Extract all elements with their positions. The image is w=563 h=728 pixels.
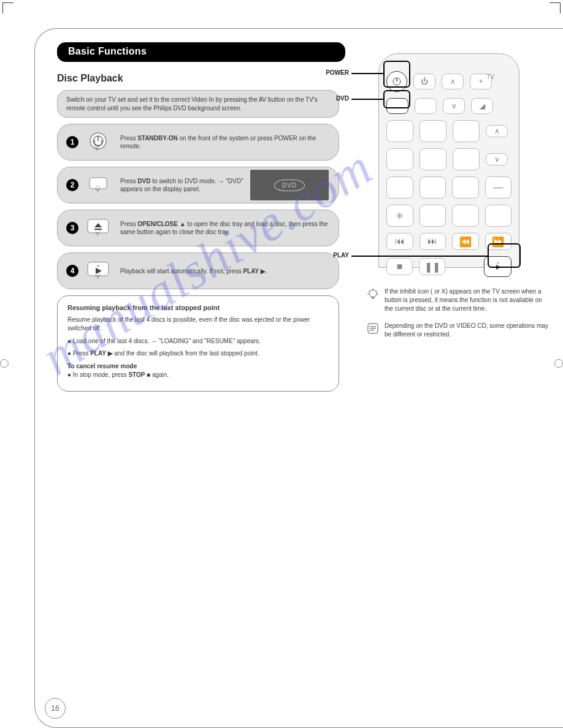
- svg-point-7: [369, 290, 377, 297]
- dvd-lead-label: DVD: [328, 95, 349, 102]
- resume-title: Resuming playback from the last stopped …: [67, 303, 329, 313]
- play-button-icon: ☟: [86, 260, 113, 282]
- resume-p1: Resume playback of the last 4 discs is p…: [67, 316, 329, 333]
- remote-ch-down-button: ∨: [443, 98, 465, 114]
- remote-tv-power-button: ⏻: [413, 74, 435, 89]
- remote-prev-button: ⏮: [386, 233, 413, 250]
- remote-generic-button: [452, 205, 479, 227]
- remote-generic-button: —: [485, 176, 512, 199]
- play-lead-label: PLAY: [328, 252, 349, 259]
- remote-generic-button: [419, 120, 446, 142]
- step-3: 3 ☟ Press OPEN/CLOSE ▲ to open the disc …: [57, 210, 339, 246]
- remote-generic-button: [419, 148, 446, 170]
- step-number: 2: [66, 179, 79, 191]
- remote-generic-button: ✳: [386, 205, 413, 227]
- remote-generic-button: ∧: [486, 125, 508, 137]
- step-text: Press STANDBY-ON on the front of the sys…: [120, 134, 330, 150]
- remote-generic-button: [415, 98, 437, 114]
- lightbulb-icon: [366, 287, 380, 301]
- remote-pause-button: ❚❚: [419, 258, 445, 275]
- tip-text: Depending on the DVD or VIDEO CD, some o…: [385, 322, 550, 339]
- page-title: Basic Functions: [57, 42, 345, 62]
- remote-generic-button: [419, 176, 446, 199]
- crop-mark-tr: [550, 2, 561, 13]
- eject-button-icon: ☟: [86, 217, 113, 239]
- svg-point-6: [98, 265, 99, 267]
- remote-generic-button: [485, 205, 512, 227]
- page-frame: Basic Functions Disc Playback Switch on …: [34, 28, 563, 728]
- play-highlight: [488, 243, 521, 268]
- remote-stop-button: ■: [386, 258, 413, 275]
- step-2: 2 ☟ Press DVD to switch to DVD mode. → "…: [57, 167, 339, 203]
- crop-mark-tl: [2, 2, 13, 13]
- remote-generic-button: [452, 176, 479, 199]
- tip-1: If the inhibit icon ( or X) appears on t…: [366, 287, 550, 313]
- notebook-icon: [366, 322, 380, 335]
- power-highlight: [383, 61, 410, 88]
- dvd-button-icon: ☟: [86, 174, 113, 196]
- step-4: 4 ☟ Playback will start automatically. I…: [57, 252, 339, 289]
- remote-vol-down-button: ◢: [471, 98, 493, 114]
- step-1: 1 ☟ Press STANDBY-ON on the front of the…: [57, 124, 339, 161]
- intro-text: Switch on your TV set and set it to the …: [57, 90, 339, 118]
- lead-line: [351, 73, 383, 74]
- step-number: 1: [66, 136, 79, 148]
- resume-p2: ● Load one of the last 4 discs. → "LOADI…: [67, 337, 329, 346]
- steps-column: Switch on your TV set and set it to the …: [57, 90, 339, 392]
- remote-rewind-button: ⏪: [452, 233, 479, 250]
- display-panel-preview: DVD: [250, 170, 329, 200]
- step-text: Press OPEN/CLOSE ▲ to open the disc tray…: [120, 220, 330, 236]
- resume-p3: ● Press PLAY ▶ and the disc will playbac…: [67, 349, 329, 358]
- tv-section-label: TV: [486, 74, 494, 80]
- step-text: Playback will start automatically. If no…: [120, 267, 330, 275]
- crop-mark-ml: [0, 359, 9, 368]
- remote-generic-button: [453, 120, 480, 142]
- power-icon: ☟: [86, 131, 113, 153]
- tip-text: If the inhibit icon ( or X) appears on t…: [385, 287, 550, 313]
- cancel-title: To cancel resume mode: [67, 363, 137, 370]
- remote-next-button: ⏭: [419, 233, 446, 250]
- cancel-text: ● In stop mode, press STOP ■ again.: [67, 371, 329, 380]
- power-lead-label: POWER: [317, 69, 349, 76]
- remote-generic-button: [386, 176, 413, 199]
- step-number: 4: [66, 265, 79, 277]
- dvd-label: DVD: [274, 180, 305, 191]
- dvd-highlight: [383, 90, 410, 108]
- remote-generic-button: [453, 148, 480, 170]
- tip-2: Depending on the DVD or VIDEO CD, some o…: [366, 322, 550, 339]
- lead-line: [351, 256, 488, 257]
- lead-line: [351, 99, 383, 100]
- resume-box: Resuming playback from the last stopped …: [57, 295, 339, 392]
- tips-column: If the inhibit icon ( or X) appears on t…: [366, 287, 550, 347]
- remote-ch-up-button: ∧: [442, 74, 464, 89]
- remote-generic-button: [419, 205, 446, 227]
- remote-generic-button: [386, 120, 413, 142]
- step-number: 3: [66, 222, 79, 234]
- page-number: 16: [45, 698, 66, 719]
- remote-generic-button: [386, 148, 413, 170]
- remote-generic-button: ∨: [486, 153, 508, 165]
